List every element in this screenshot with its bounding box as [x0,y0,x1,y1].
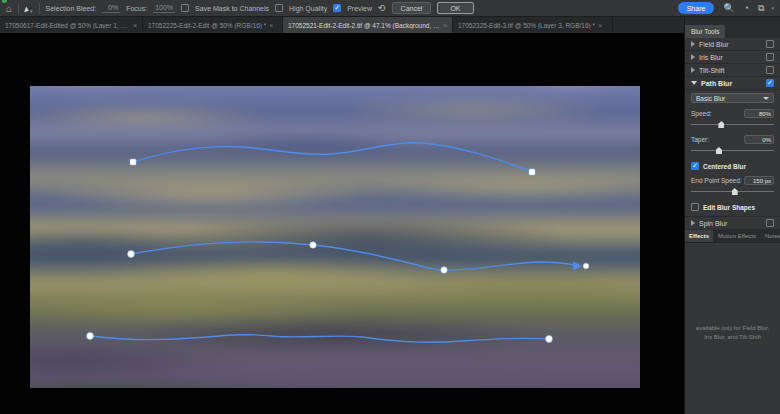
chevron-right-icon[interactable] [691,41,695,47]
tilt-shift-checkbox[interactable] [766,66,774,74]
blur-path-overlay [30,86,640,388]
focus-value[interactable]: 100% [153,3,175,13]
taper-value[interactable]: 0% [744,135,774,144]
document-tab-bar: 17050617-Edit-Edited @ 50% (Layer 1, RGB… [0,17,684,33]
tab-effects[interactable]: Effects [685,230,713,242]
speed-label: Speed: [691,110,712,117]
tool-label: Path Blur [701,80,762,87]
chevron-right-icon[interactable] [691,54,695,60]
toolbar-divider [18,3,19,14]
save-mask-checkbox[interactable] [181,4,189,12]
help-compass-icon[interactable]: ◔ [744,3,749,13]
effects-hint-text: available only for Field Blur, Iris Blur… [696,324,769,342]
tab-label: 17050617-Edit-Edited @ 50% (Layer 1, RGB… [5,22,130,29]
tool-row-iris-blur[interactable]: Iris Blur [685,51,780,64]
tool-label: Tilt-Shift [699,67,762,74]
remove-all-pins-icon[interactable]: ⟲ [378,3,386,13]
close-icon[interactable]: × [269,22,273,29]
close-icon[interactable]: × [443,22,447,29]
cancel-button[interactable]: Cancel [392,2,432,14]
chevron-right-icon[interactable] [691,67,695,73]
edit-blur-shapes-checkbox[interactable] [691,203,699,211]
effects-panel-body: available only for Field Blur, Iris Blur… [685,243,780,414]
slider-thumb[interactable] [732,188,738,195]
tool-row-spin-blur[interactable]: Spin Blur [685,217,780,230]
taper-slider[interactable] [691,147,774,155]
blur-mode-dropdown[interactable]: Basic Blur [691,93,774,103]
save-mask-label: Save Mask to Channels [195,5,269,12]
tab-motion-effects[interactable]: Motion Effects [714,230,760,242]
chevron-down-icon [763,97,769,100]
speed-value[interactable]: 80% [744,109,774,118]
blur-tools-panel: Blur Tools Field Blur Iris Blur Tilt-Shi… [684,17,780,414]
tool-label: Iris Blur [699,54,762,61]
high-quality-label: High Quality [289,5,327,12]
end-point-speed-label: End Point Speed: [691,177,742,184]
ok-button[interactable]: OK [437,2,473,14]
slider-track [691,124,774,125]
edit-blur-shapes-label: Edit Blur Shapes [703,204,755,211]
toolbar-divider [39,3,40,14]
home-icon[interactable]: ⌂ [6,0,12,17]
canvas-area[interactable] [0,33,684,414]
document-tab-1[interactable]: 17050617-Edit-Edited @ 50% (Layer 1, RGB… [0,17,143,33]
blur-path-bottom[interactable] [90,335,549,342]
path-arrowhead-icon[interactable] [573,262,582,271]
focus-label: Focus: [126,5,147,12]
document-tab-2[interactable]: 17052225-Edit-2-Edit @ 50% (RGB/16) * × [143,17,283,33]
blur-path-middle[interactable] [131,242,573,270]
speed-slider[interactable] [691,121,774,129]
chevron-down-icon[interactable] [691,81,697,85]
slider-thumb[interactable] [718,121,724,128]
tab-label: 17052521-Edit-2-Edit-2.tif @ 47.1% (Back… [288,22,440,29]
preview-checkbox[interactable] [333,4,341,12]
close-icon[interactable]: × [598,22,602,29]
hint-line-2: Iris Blur, and Tilt-Shift [696,333,769,342]
iris-blur-checkbox[interactable] [766,53,774,61]
close-icon[interactable]: × [133,22,137,29]
high-quality-checkbox[interactable] [275,4,283,12]
options-bar: ⌂ ▾ Selection Bleed: 0% Focus: 100% Save… [0,0,780,17]
photo-rolling-hills[interactable] [30,86,640,388]
tool-row-field-blur[interactable]: Field Blur [685,38,780,51]
share-button[interactable]: Share [678,2,715,14]
tool-row-path-blur[interactable]: Path Blur [685,77,780,90]
tool-row-tilt-shift[interactable]: Tilt-Shift [685,64,780,77]
tab-noise[interactable]: Noise [761,230,780,242]
path-end-speed-handle[interactable] [583,263,589,269]
chevron-down-icon[interactable]: ▾ [771,5,774,11]
tab-blur-tools[interactable]: Blur Tools [685,25,725,38]
tab-label: 17052225-Edit-2-Edit @ 50% (RGB/16) * [148,22,266,29]
path-midpoint[interactable] [441,267,447,273]
selection-bleed-value[interactable]: 0% [102,3,120,13]
document-tab-3-active[interactable]: 17052521-Edit-2-Edit-2.tif @ 47.1% (Back… [283,17,453,33]
end-point-speed-value[interactable]: 150 px [744,176,774,185]
blur-mode-value: Basic Blur [696,95,725,102]
chevron-right-icon[interactable] [691,220,695,226]
path-endpoint[interactable] [128,251,135,258]
workspace-icon[interactable]: ⧉ [758,3,764,14]
document-tab-4[interactable]: 17052325-Edit-3.tif @ 50% (Layer 3, RGB/… [453,17,613,33]
path-endpoint[interactable] [529,169,535,175]
field-blur-checkbox[interactable] [766,40,774,48]
tool-label: Spin Blur [699,220,762,227]
tool-label: Field Blur [699,41,762,48]
slider-thumb[interactable] [716,147,722,154]
taper-label: Taper: [691,136,709,143]
spin-blur-checkbox[interactable] [766,219,774,227]
centered-blur-checkbox[interactable] [691,162,699,170]
tab-label: 17052325-Edit-3.tif @ 50% (Layer 3, RGB/… [458,22,595,29]
search-icon[interactable]: 🔍 [723,3,734,13]
blur-path-top[interactable] [133,143,532,172]
path-endpoint[interactable] [546,336,553,343]
path-endpoint[interactable] [87,333,94,340]
path-blur-controls: Basic Blur Speed: 80% Taper: 0% Cent [685,90,780,217]
path-midpoint[interactable] [310,242,316,248]
slider-track [691,150,774,151]
end-point-speed-slider[interactable] [691,188,774,196]
photoshop-blur-gallery-window: ⌂ ▾ Selection Bleed: 0% Focus: 100% Save… [0,0,780,414]
path-blur-checkbox[interactable] [766,79,774,87]
effects-tab-bar: Effects Motion Effects Noise [685,230,780,243]
path-endpoint[interactable] [130,159,136,165]
blur-tool-icon[interactable]: ▾ [25,0,33,17]
